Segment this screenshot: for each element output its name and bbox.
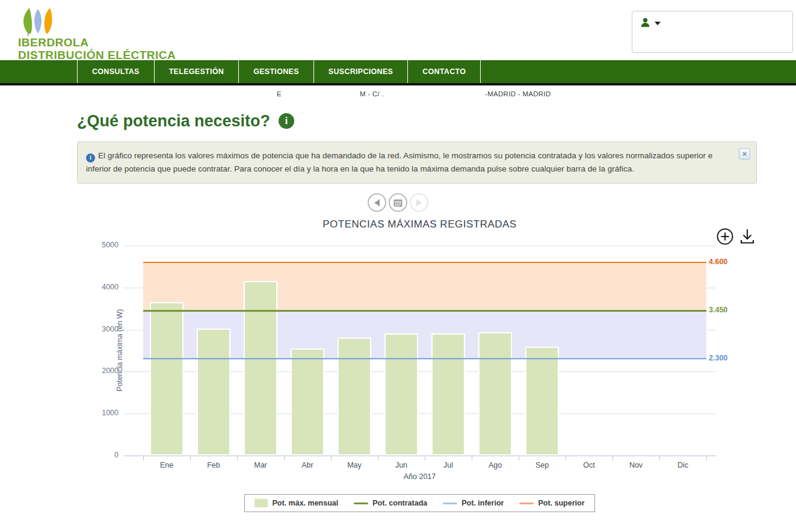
nav-item-gestiones[interactable]: GESTIONES	[239, 60, 314, 83]
x-category-label: Jun	[378, 461, 425, 469]
x-axis-tick	[378, 456, 378, 460]
main-nav: CONSULTASTELEGESTIÓNGESTIONESSUSCRIPCION…	[0, 60, 796, 83]
x-axis-tick	[706, 456, 707, 460]
x-axis-tick	[566, 456, 566, 460]
bar-mar[interactable]	[244, 281, 277, 456]
legend-label: Pot. máx. mensual	[272, 499, 338, 507]
x-category-label: Jul	[425, 461, 472, 469]
iberdrola-logo: IBERDROLA DISTRIBUCIÓN ELÉCTRICA	[18, 5, 176, 61]
legend-item-potcontratada[interactable]: Pot. contratada	[354, 499, 427, 507]
x-axis-line	[123, 456, 716, 456]
y-tick-label: 4000	[82, 283, 119, 291]
supply-fragment: E	[277, 90, 282, 97]
chart-legend: Pot. máx. mensualPot. contratadaPot. inf…	[123, 494, 716, 512]
user-icon	[640, 17, 651, 28]
x-axis-title: Año 2017	[123, 472, 716, 481]
legend-swatch-rect	[255, 499, 268, 507]
bar-ago[interactable]	[478, 332, 512, 456]
info-icon: i	[86, 153, 95, 162]
x-category-label: Abr	[284, 461, 331, 469]
x-axis-tick	[472, 456, 472, 460]
bar-ene[interactable]	[150, 302, 184, 456]
x-category-label: Ene	[143, 461, 190, 469]
bar-jul[interactable]	[431, 333, 465, 456]
x-axis-tick	[612, 456, 613, 460]
nav-item-contacto[interactable]: CONTACTO	[408, 60, 481, 83]
x-axis-tick	[143, 456, 144, 460]
x-axis-tick	[425, 456, 425, 460]
brand-line2: DISTRIBUCIÓN ELÉCTRICA	[18, 49, 176, 61]
reference-label: 2.300	[709, 354, 727, 362]
supply-fragment: M - C/ .	[360, 90, 384, 97]
y-tick-label: 5000	[82, 241, 119, 249]
nav-item-suscripciones[interactable]: SUSCRIPCIONES	[314, 60, 408, 83]
legend-label: Pot. contratada	[372, 499, 427, 507]
x-axis-tick	[190, 456, 191, 460]
period-controls	[0, 193, 796, 214]
reference-label: 4.600	[709, 258, 727, 266]
legend-label: Pot. inferior	[461, 499, 504, 507]
reference-label: 3.450	[709, 306, 727, 314]
close-icon[interactable]: ×	[739, 148, 750, 159]
info-panel: iEl gráfico representa los valores máxim…	[77, 141, 757, 184]
y-tick-label: 3000	[82, 325, 119, 333]
nav-item-consultas[interactable]: CONSULTAS	[77, 60, 155, 83]
supply-fragment: -MADRID - MADRID	[485, 90, 551, 97]
legend-item-potinferior[interactable]: Pot. inferior	[443, 499, 504, 507]
x-category-label: Sep	[519, 461, 566, 469]
x-category-label: Oct	[566, 461, 612, 469]
chevron-down-icon	[655, 22, 661, 25]
download-icon[interactable]	[738, 227, 756, 246]
gridline	[123, 246, 716, 246]
reference-line-potinferior	[143, 358, 706, 359]
x-axis-tick	[284, 456, 285, 460]
x-axis-tick	[331, 456, 332, 460]
reference-line-potsuperior	[143, 262, 706, 263]
x-axis-tick	[659, 456, 660, 460]
legend-item-potsuperior[interactable]: Pot. superior	[519, 499, 584, 507]
user-menu-trigger[interactable]	[632, 11, 661, 28]
bar-sep[interactable]	[525, 347, 559, 456]
logo-drops-icon	[20, 5, 55, 36]
next-period-button	[410, 193, 428, 212]
legend-swatch-line	[443, 503, 457, 504]
x-category-label: Mar	[237, 461, 284, 469]
y-tick-label: 1000	[82, 409, 119, 417]
title-info-icon[interactable]: i	[279, 113, 294, 129]
user-menu-box	[632, 11, 793, 53]
x-category-label: Dic	[659, 461, 706, 469]
x-category-label: Nov	[612, 461, 659, 469]
bar-abr[interactable]	[291, 348, 324, 456]
legend-swatch-line	[519, 503, 534, 504]
supply-address-line: EM - C/ .-MADRID - MADRID	[0, 85, 796, 105]
brand-line1: IBERDROLA	[18, 36, 176, 49]
y-tick-label: 0	[82, 451, 119, 459]
x-axis-tick	[237, 456, 238, 460]
y-tick-label: 2000	[82, 367, 119, 375]
legend-label: Pot. superior	[538, 499, 584, 507]
bar-may[interactable]	[338, 338, 371, 456]
previous-period-button[interactable]	[368, 193, 386, 212]
x-category-label: Ago	[472, 461, 519, 469]
legend-swatch-line	[354, 503, 368, 504]
calendar-icon	[393, 199, 403, 207]
x-axis-tick	[519, 456, 519, 460]
header: IBERDROLA DISTRIBUCIÓN ELÉCTRICA	[0, 0, 796, 60]
bar-jun[interactable]	[384, 333, 418, 456]
zoom-in-icon[interactable]	[716, 227, 735, 246]
chart-title: POTENCIAS MÁXIMAS REGISTRADAS	[123, 218, 716, 230]
arrow-right-icon	[416, 199, 422, 206]
reference-line-potcontratada	[143, 310, 706, 312]
chart-area: POTENCIAS MÁXIMAS REGISTRADAS Potencia m…	[0, 214, 796, 529]
x-category-label: Feb	[190, 461, 237, 469]
x-category-label: May	[331, 461, 378, 469]
bar-feb[interactable]	[197, 329, 230, 456]
y-axis-title: Potencia máxima (en W)	[116, 290, 124, 410]
calendar-button[interactable]	[389, 193, 407, 212]
page-title: ¿Qué potencia necesito?	[77, 112, 270, 131]
arrow-left-icon	[374, 199, 380, 206]
nav-item-telegestion[interactable]: TELEGESTIÓN	[155, 60, 239, 83]
legend-item-potmxmensual[interactable]: Pot. máx. mensual	[255, 499, 338, 507]
plot-band	[143, 262, 706, 311]
info-panel-text: El gráfico representa los valores máximo…	[86, 151, 712, 173]
